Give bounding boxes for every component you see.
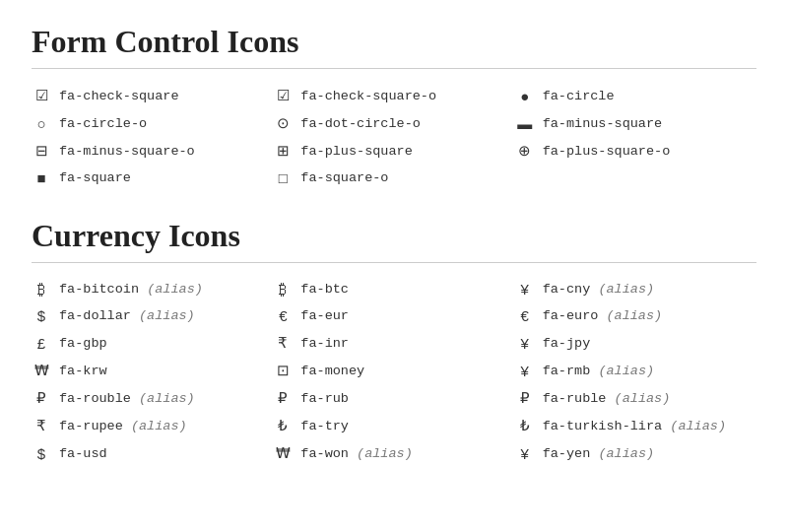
icon-symbol: ● <box>515 88 535 104</box>
icon-label: fa-turkish-lira (alias) <box>543 419 726 433</box>
icon-symbol: ¥ <box>515 335 535 352</box>
icon-label: fa-cny (alias) <box>543 282 654 297</box>
icon-symbol: € <box>273 307 293 324</box>
icon-symbol: ₿ <box>273 281 293 298</box>
icon-symbol: ⊕ <box>515 142 535 160</box>
icon-symbol: ₹ <box>273 334 293 352</box>
icon-symbol: ¥ <box>515 363 535 379</box>
icon-label: fa-krw <box>59 364 107 378</box>
list-item: £fa-gbp <box>32 334 273 352</box>
list-item: ¥fa-rmb (alias) <box>515 362 756 379</box>
form-control-title: Form Control Icons <box>32 24 756 60</box>
icon-label: fa-money <box>300 364 364 378</box>
list-item: □fa-square-o <box>273 169 514 186</box>
icon-label: fa-dollar (alias) <box>59 308 195 323</box>
icon-symbol: ₽ <box>32 389 51 407</box>
icon-symbol: ₽ <box>515 389 535 407</box>
icon-label: fa-square <box>59 170 131 185</box>
list-item: ⊟fa-minus-square-o <box>32 142 273 160</box>
icon-label: fa-minus-square <box>543 116 663 131</box>
form-control-grid: ☑fa-check-square☑fa-check-square-o●fa-ci… <box>32 87 756 186</box>
icon-symbol: ₽ <box>273 389 293 407</box>
list-item: €fa-eur <box>273 307 514 324</box>
icon-label: fa-usd <box>59 446 107 461</box>
icon-label: fa-yen (alias) <box>543 446 654 461</box>
currency-grid: ₿fa-bitcoin (alias)₿fa-btc¥fa-cny (alias… <box>32 281 756 462</box>
list-item: ₽fa-rub <box>273 389 514 407</box>
icon-label: fa-euro (alias) <box>543 308 663 323</box>
list-item: ⊕fa-plus-square-o <box>515 142 756 160</box>
icon-symbol: € <box>515 307 535 324</box>
list-item: ●fa-circle <box>515 87 756 104</box>
icon-label: fa-rub <box>300 391 349 406</box>
icon-symbol: ☑ <box>32 87 51 104</box>
icon-label: fa-plus-square-o <box>543 144 671 159</box>
icon-label: fa-check-square <box>59 89 179 103</box>
list-item: ₽fa-ruble (alias) <box>515 389 756 407</box>
icon-symbol: ⊟ <box>32 142 51 160</box>
icon-label: fa-gbp <box>59 336 107 351</box>
list-item: ⊡fa-money <box>273 362 514 379</box>
icon-symbol: ₿ <box>32 281 51 298</box>
list-item: ■fa-square <box>32 169 273 186</box>
icon-symbol: ₩ <box>273 444 293 462</box>
icon-symbol: ₺ <box>515 417 535 434</box>
icon-symbol: ○ <box>32 115 51 132</box>
list-item: $fa-dollar (alias) <box>32 307 273 324</box>
icon-label: fa-won (alias) <box>300 446 412 461</box>
list-item: ⊙fa-dot-circle-o <box>273 114 514 132</box>
icon-label: fa-rouble (alias) <box>59 391 195 406</box>
icon-symbol: ₺ <box>273 417 293 434</box>
icon-symbol: $ <box>32 307 51 324</box>
icon-symbol: ⊙ <box>273 114 293 132</box>
list-item: ₺fa-try <box>273 417 514 434</box>
icon-symbol: ₹ <box>32 417 51 434</box>
currency-divider <box>32 262 756 263</box>
icon-symbol: £ <box>32 335 51 352</box>
icon-label: fa-square-o <box>300 170 388 185</box>
list-item: ○fa-circle-o <box>32 114 273 132</box>
icon-symbol: ■ <box>32 169 51 186</box>
list-item: ¥fa-jpy <box>515 334 756 352</box>
icon-symbol: $ <box>32 445 51 462</box>
form-control-divider <box>32 68 756 69</box>
list-item: ¥fa-cny (alias) <box>515 281 756 298</box>
icon-symbol: ¥ <box>515 445 535 462</box>
icon-label: fa-try <box>300 419 349 433</box>
list-item: ₿fa-btc <box>273 281 514 298</box>
list-item: ☑fa-check-square <box>32 87 273 104</box>
list-item: ☑fa-check-square-o <box>273 87 514 104</box>
icon-label: fa-rmb (alias) <box>543 364 654 378</box>
list-item: ⊞fa-plus-square <box>273 142 514 160</box>
icon-symbol: ▬ <box>515 115 535 132</box>
icon-label: fa-eur <box>300 308 349 323</box>
icon-label: fa-circle-o <box>59 116 147 131</box>
list-item: ₿fa-bitcoin (alias) <box>32 281 273 298</box>
icon-symbol: ₩ <box>32 362 51 379</box>
icon-symbol: □ <box>273 169 293 186</box>
icon-label: fa-minus-square-o <box>59 144 195 159</box>
list-item: ₹fa-rupee (alias) <box>32 417 273 434</box>
list-item: ▬fa-minus-square <box>515 114 756 132</box>
icon-label: fa-ruble (alias) <box>543 391 671 406</box>
list-item: $fa-usd <box>32 444 273 462</box>
icon-label: fa-bitcoin (alias) <box>59 282 203 297</box>
icon-label: fa-btc <box>300 282 349 297</box>
icon-label: fa-jpy <box>543 336 591 351</box>
icon-symbol: ¥ <box>515 281 535 298</box>
icon-label: fa-check-square-o <box>300 89 436 103</box>
list-item: ¥fa-yen (alias) <box>515 444 756 462</box>
icon-symbol: ☑ <box>273 87 293 104</box>
icon-symbol: ⊡ <box>273 362 293 379</box>
icon-label: fa-rupee (alias) <box>59 419 187 433</box>
icon-symbol: ⊞ <box>273 142 293 160</box>
icon-label: fa-plus-square <box>300 144 412 159</box>
icon-label: fa-dot-circle-o <box>300 116 421 131</box>
list-item: ₩fa-won (alias) <box>273 444 514 462</box>
list-item: ₽fa-rouble (alias) <box>32 389 273 407</box>
list-item: ₺fa-turkish-lira (alias) <box>515 417 756 434</box>
list-item: ₹fa-inr <box>273 334 514 352</box>
icon-label: fa-circle <box>543 89 615 103</box>
list-item: ₩fa-krw <box>32 362 273 379</box>
list-item: €fa-euro (alias) <box>515 307 756 324</box>
